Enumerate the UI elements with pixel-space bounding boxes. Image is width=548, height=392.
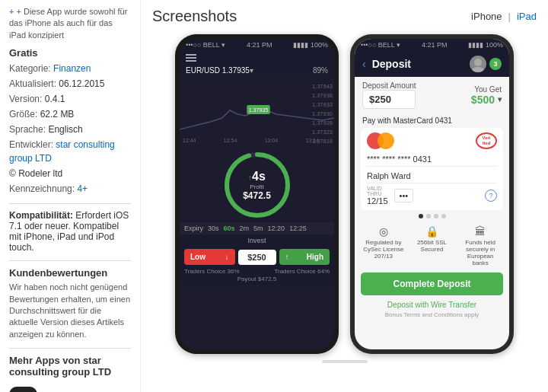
dot-3 xyxy=(434,214,438,218)
card-cvv[interactable]: ••• xyxy=(394,189,414,202)
trust-cysec: ◎ Regulated by CySec License 207/13 xyxy=(362,225,404,266)
mc-orange-circle xyxy=(378,132,394,149)
chart-svg: 1.37935 xyxy=(180,76,334,145)
circle-text: ↑4s Profit $472.5 xyxy=(243,170,271,201)
phone2-screen: •••○○ BELL ▾ 4:21 PM ▮▮▮▮ 100% ‹ Deposit xyxy=(355,39,509,349)
device-tabs: iPhone | iPad xyxy=(471,11,537,22)
carousel-dots xyxy=(355,210,509,222)
svg-text:1.37935: 1.37935 xyxy=(249,107,269,113)
trust-funds: 🏛 Funds held securely in European banks xyxy=(460,225,502,266)
traders-low: Traders Choice 36% xyxy=(184,268,240,275)
svg-point-5 xyxy=(472,67,484,72)
back-arrow[interactable]: ‹ xyxy=(362,58,366,70)
sidebar: + + Diese App wurde sowohl für das iPhon… xyxy=(0,0,141,392)
sidebar-promo: + + Diese App wurde sowohl für das iPhon… xyxy=(9,6,131,41)
circle-container: ↑4s Profit $472.5 xyxy=(223,151,292,219)
ticker-pair: EUR/USD 1.37935 xyxy=(186,66,250,75)
compatibility-section: Kompatibilität: Erfordert iOS 7.1 oder n… xyxy=(9,210,131,253)
pay-with-label: Pay with MasterCard 0431 xyxy=(355,113,509,128)
lock-icon: 🔒 xyxy=(425,225,438,237)
rating-link[interactable]: 4+ xyxy=(77,183,88,194)
bonus-terms: Bonus Terms and Conditions apply xyxy=(355,311,509,321)
rating-row: Kennzeichnung: 4+ xyxy=(9,182,131,196)
reviews-section: Kundenbewertungen Wir haben noch nicht g… xyxy=(9,267,131,340)
payout-text: Payout $472.5 xyxy=(237,276,277,282)
verified-badge: Verified xyxy=(476,132,497,149)
avatar xyxy=(470,56,486,72)
expiry-value: 12/15 xyxy=(367,196,388,206)
reviews-text: Wir haben noch nicht genügend Bewertunge… xyxy=(9,282,131,340)
more-apps-heading: Mehr Apps von star consulting group LTD xyxy=(9,355,131,378)
expiry-5m[interactable]: 5m xyxy=(253,225,263,232)
deposit-amount-label: Deposit Amount xyxy=(362,81,416,90)
you-get-value: $500 ▾ xyxy=(471,94,502,106)
you-get-label: You Get xyxy=(471,85,502,94)
category-link[interactable]: Finanzen xyxy=(53,63,91,74)
version-row: Version: 0.4.1 xyxy=(9,92,131,106)
dot-1 xyxy=(419,214,423,218)
size-row: Größe: 62.2 MB xyxy=(9,107,131,121)
gratis-heading: Gratis xyxy=(9,47,131,59)
ipad-tab[interactable]: iPad xyxy=(517,11,537,22)
deposit-amount-row: Deposit Amount $250 You Get $500 ▾ xyxy=(355,77,509,113)
hamburger-icon[interactable] xyxy=(186,54,196,62)
profit-value: $472.5 xyxy=(243,190,271,201)
iphone-tab[interactable]: iPhone xyxy=(471,11,502,22)
main-content: Screenshots iPhone | iPad •••○○ BELL ▾ 4… xyxy=(141,0,548,392)
card-number: **** **** **** 0431 xyxy=(367,152,497,167)
phone1-header xyxy=(180,51,334,65)
app-icon: 24option xyxy=(9,387,37,392)
screenshots-container: •••○○ BELL ▾ 4:21 PM ▮▮▮▮ 100% xyxy=(152,34,537,354)
main-header: Screenshots iPhone | iPad xyxy=(152,8,537,25)
trust-row: ◎ Regulated by CySec License 207/13 🔒 25… xyxy=(355,222,509,269)
expiry-2m[interactable]: 2m xyxy=(240,225,250,232)
low-button[interactable]: Low ↓ xyxy=(184,249,235,265)
app-item: 24option 24option – Binary Options Tra..… xyxy=(9,382,131,392)
header-right: 3 xyxy=(470,56,502,72)
compatibility-text: Kompatibilität: Erfordert iOS 7.1 oder n… xyxy=(9,210,131,253)
expiry-30s[interactable]: 30s xyxy=(208,225,219,232)
card-help-icon[interactable]: ? xyxy=(485,190,497,202)
price-labels: 1.37943 1.37938 1.37933 1.37930 1.37928 … xyxy=(312,82,333,145)
phone1-mockup: •••○○ BELL ▾ 4:21 PM ▮▮▮▮ 100% xyxy=(175,34,339,354)
updated-row: Aktualisiert: 06.12.2015 xyxy=(9,77,131,91)
language-row: Sprache: Englisch xyxy=(9,123,131,136)
divider3 xyxy=(9,348,131,349)
ticker-row: EUR/USD 1.37935 ▾ 89% xyxy=(180,65,334,76)
expiry-1220[interactable]: 12:20 xyxy=(268,225,285,232)
payout-row: Payout $472.5 xyxy=(180,276,334,285)
phone2-mockup: •••○○ BELL ▾ 4:21 PM ▮▮▮▮ 100% ‹ Deposit xyxy=(350,34,514,354)
expiry-row: Expiry 30s 60s 2m 5m 12:20 12:25 xyxy=(180,222,334,234)
card-expiry: VALIDTHRU 12/15 xyxy=(367,186,388,206)
invest-row: Invest xyxy=(180,234,334,247)
developer-row: Entwickler: star consulting group LTD xyxy=(9,138,131,165)
dot-2 xyxy=(426,214,431,218)
timer: ↑4s xyxy=(243,170,271,183)
phone1-screen: •••○○ BELL ▾ 4:21 PM ▮▮▮▮ 100% xyxy=(180,39,334,349)
ticker-pct: 89% xyxy=(313,66,328,75)
high-button[interactable]: ↑ High xyxy=(279,249,330,265)
notification-badge: 3 xyxy=(489,58,502,70)
cysec-icon: ◎ xyxy=(379,225,388,237)
complete-deposit-button[interactable]: Complete Deposit xyxy=(361,272,503,295)
circle-area: ↑4s Profit $472.5 xyxy=(180,145,334,222)
svg-point-4 xyxy=(474,59,482,66)
copyright-row: © Rodeler ltd xyxy=(9,167,131,180)
divider xyxy=(9,203,131,204)
wire-transfer-link[interactable]: Deposit with Wire Transfer xyxy=(355,298,509,311)
expiry-1225[interactable]: 12:25 xyxy=(289,225,307,232)
expiry-60s[interactable]: 60s xyxy=(224,225,235,232)
phone1-statusbar: •••○○ BELL ▾ 4:21 PM ▮▮▮▮ 100% xyxy=(180,39,334,51)
category-row: Kategorie: Finanzen xyxy=(9,62,131,75)
card-bottom: VALIDTHRU 12/15 ••• ? xyxy=(367,186,497,206)
scroll-indicator[interactable] xyxy=(322,360,368,363)
traders-row: Traders Choice 36% Traders Choice 64% xyxy=(180,267,334,276)
card-form: Verified **** **** **** 0431 Ralph Ward … xyxy=(361,128,503,210)
invest-amount[interactable]: $250 xyxy=(238,250,276,265)
gratis-section: Gratis Kategorie: Finanzen Aktualisiert:… xyxy=(9,47,131,196)
lh-row: Low ↓ $250 ↑ High xyxy=(180,247,334,267)
bank-icon: 🏛 xyxy=(475,225,486,237)
phone2-statusbar: •••○○ BELL ▾ 4:21 PM ▮▮▮▮ 100% xyxy=(355,39,509,51)
trust-ssl: 🔒 256bit SSL Secured xyxy=(411,225,453,266)
deposit-amount-input[interactable]: $250 xyxy=(362,90,416,109)
